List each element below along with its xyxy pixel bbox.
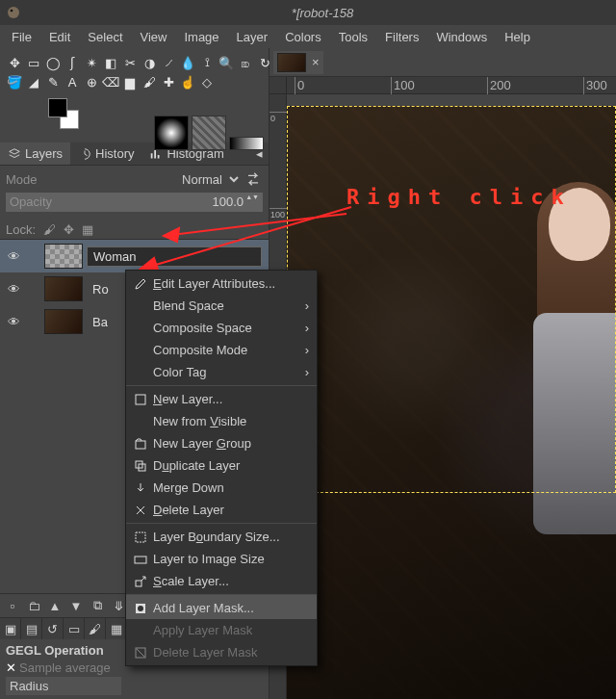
color-swatch[interactable] (48, 98, 79, 129)
mode-combo[interactable]: Normal (54, 172, 240, 187)
menu-help[interactable]: Help (497, 27, 538, 47)
fg-color[interactable] (48, 98, 67, 117)
context-menu-item[interactable]: Delete Layer (126, 499, 317, 521)
reset-option-button[interactable]: ✕ (6, 660, 19, 675)
tab-brush-icon[interactable]: 🖌 (85, 618, 106, 639)
title-bar: *[robot-158 (0, 0, 616, 25)
menu-layer[interactable]: Layer (229, 27, 276, 47)
tab-pattern-icon[interactable]: ▦ (106, 618, 127, 639)
svg-rect-11 (135, 557, 146, 563)
move-tool-icon[interactable]: ✥ (6, 54, 23, 71)
bycolor-select-icon[interactable]: ◧ (102, 54, 119, 71)
new-group-button[interactable]: 🗀 (25, 597, 42, 614)
gradient-preview-icon[interactable] (229, 137, 264, 150)
bucket-icon[interactable]: 🪣 (6, 73, 23, 91)
context-menu-label: Delete Layer (153, 503, 309, 517)
heal-icon[interactable]: ✚ (160, 73, 177, 91)
crop-icon[interactable]: ⎄ (237, 54, 254, 71)
menu-colors[interactable]: Colors (277, 27, 329, 47)
menu-select[interactable]: Select (80, 27, 130, 47)
pencil-icon[interactable]: ✎ (44, 73, 62, 91)
visibility-icon[interactable]: 👁 (6, 282, 21, 297)
eraser-icon[interactable]: ⌫ (102, 73, 119, 91)
text-icon[interactable]: A (64, 73, 81, 91)
context-menu-item[interactable]: Add Layer Mask... (126, 594, 317, 619)
paths-icon[interactable]: ⟋ (160, 54, 177, 71)
context-menu-label: Composite Space (153, 321, 309, 335)
menu-tools[interactable]: Tools (331, 27, 375, 47)
picker-icon[interactable]: 💧 (179, 54, 196, 71)
tab-tooloptions-icon[interactable]: ▣ (0, 618, 21, 639)
gradient-icon[interactable]: ▆ (121, 73, 139, 91)
lock-alpha-icon[interactable]: ▦ (80, 221, 95, 237)
opacity-slider[interactable]: Opacity 100.0 ▲▼ (6, 193, 263, 212)
context-menu-item[interactable]: Composite Mode (126, 339, 317, 361)
ellipse-select-icon[interactable]: ◯ (44, 54, 62, 71)
viewport[interactable] (287, 94, 616, 699)
new-icon (132, 393, 149, 406)
context-menu-item[interactable]: Scale Layer... (126, 570, 317, 592)
tab-undo-icon[interactable]: ↺ (42, 618, 64, 639)
tab-device-icon[interactable]: ▤ (21, 618, 42, 639)
edit-icon (132, 277, 149, 291)
image-tab[interactable]: × (273, 51, 323, 74)
layer-thumb (44, 276, 83, 301)
visibility-icon[interactable]: 👁 (6, 315, 21, 329)
layer-row[interactable]: 👁 (0, 240, 269, 272)
lasso-tool-icon[interactable]: ʃ (64, 54, 81, 71)
context-menu-item[interactable]: Color Tag (126, 361, 317, 383)
menu-edit[interactable]: Edit (41, 27, 78, 47)
menu-windows[interactable]: Windows (428, 27, 495, 47)
mode-switch-button[interactable] (244, 169, 263, 189)
context-menu-label: Edit Layer Attributes... (153, 276, 309, 291)
context-menu-item[interactable]: New from Visible (126, 410, 317, 432)
tab-image-icon[interactable]: ▭ (64, 618, 85, 639)
context-menu-label: Color Tag (153, 365, 309, 379)
history-icon (78, 147, 91, 161)
brush-icon[interactable]: 🖌 (141, 73, 158, 91)
fuzzy-select-icon[interactable]: ✴ (83, 54, 100, 71)
shear-icon[interactable]: ◢ (25, 73, 42, 91)
layer-name-input[interactable] (87, 246, 262, 267)
zoom-icon[interactable]: 🔍 (218, 54, 235, 71)
clone-icon[interactable]: ⊕ (83, 73, 100, 91)
raise-button[interactable]: ▲ (46, 597, 64, 614)
context-menu-item[interactable]: Edit Layer Attributes... (126, 272, 317, 295)
smudge-icon[interactable]: ☝ (179, 73, 196, 91)
lower-button[interactable]: ▼ (67, 597, 85, 614)
ruler-horizontal[interactable]: 0 100 200 300 (270, 77, 616, 94)
context-menu-item[interactable]: New Layer Group (126, 432, 317, 454)
opacity-spinner[interactable]: ▲▼ (245, 193, 259, 201)
scissors-icon[interactable]: ✂ (121, 54, 139, 71)
context-menu-item[interactable]: Merge Down (126, 477, 317, 499)
rect-select-icon[interactable]: ▭ (25, 54, 42, 71)
foreground-select-icon[interactable]: ◑ (141, 54, 158, 71)
menu-image[interactable]: Image (176, 27, 226, 47)
measure-icon[interactable]: ⟟ (198, 54, 216, 71)
lock-pixels-icon[interactable]: 🖌 (41, 221, 57, 237)
opacity-label: Opacity (10, 194, 52, 209)
context-menu-item[interactable]: Duplicate Layer (126, 454, 317, 477)
menu-file[interactable]: File (4, 27, 39, 47)
context-menu-item[interactable]: New Layer... (126, 385, 317, 410)
pattern-preview-icon[interactable] (192, 116, 226, 150)
tab-layers[interactable]: Layers (0, 142, 70, 165)
svg-rect-9 (139, 464, 145, 471)
other-icon[interactable]: ◇ (198, 73, 216, 91)
radius-field[interactable]: Radius (6, 677, 121, 695)
new-layer-button[interactable]: ▫ (4, 597, 21, 614)
canvas-image[interactable] (287, 106, 616, 699)
context-menu-item[interactable]: Blend Space (126, 295, 317, 317)
context-menu-item[interactable]: Layer Boundary Size... (126, 523, 317, 548)
menu-filters[interactable]: Filters (377, 27, 426, 47)
menu-view[interactable]: View (133, 27, 175, 47)
brush-preview-icon[interactable] (154, 116, 189, 150)
context-menu-item[interactable]: Layer to Image Size (126, 548, 317, 570)
close-icon[interactable]: × (312, 55, 320, 69)
context-menu-label: New Layer Group (153, 436, 309, 451)
lock-position-icon[interactable]: ✥ (61, 221, 76, 237)
visibility-icon[interactable]: 👁 (6, 249, 21, 264)
duplicate-button[interactable]: ⧉ (89, 597, 106, 614)
tab-history[interactable]: History (70, 142, 141, 165)
context-menu-item[interactable]: Composite Space (126, 317, 317, 339)
